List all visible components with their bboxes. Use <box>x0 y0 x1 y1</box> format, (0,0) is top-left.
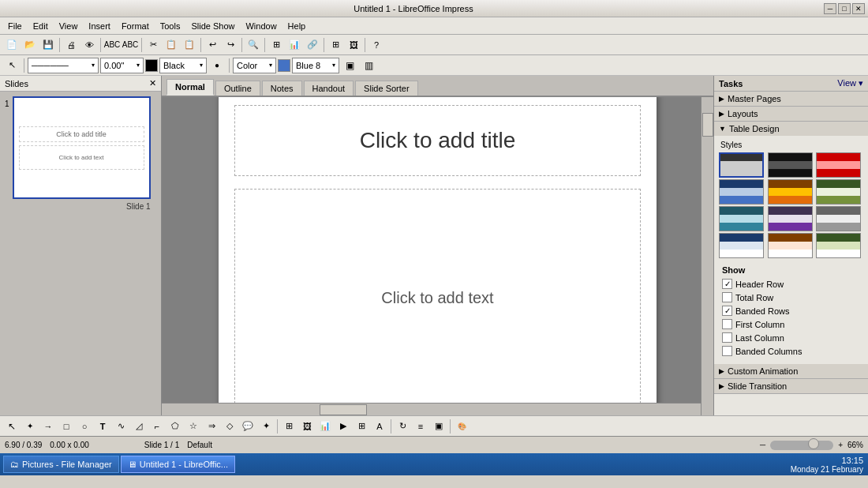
menu-format[interactable]: Format <box>117 20 154 32</box>
fill-color-mode-dropdown[interactable]: Color▾ <box>233 58 276 73</box>
menu-edit[interactable]: Edit <box>28 20 53 32</box>
open-button[interactable]: 📂 <box>21 36 39 54</box>
insert-image-button[interactable]: 🖼 <box>345 36 362 54</box>
zoom-thumb[interactable] <box>808 438 819 449</box>
master-pages-section[interactable]: ▶ Master Pages <box>714 92 868 107</box>
align-tool[interactable]: ≡ <box>412 418 429 435</box>
snap-grid-tool[interactable]: ⊞ <box>280 418 297 435</box>
style-orange-banded[interactable] <box>768 233 813 258</box>
ellipse-tool[interactable]: ○ <box>76 418 93 435</box>
slide-thumbnail[interactable]: Click to add title Click to add text Sli… <box>13 96 151 211</box>
banded-rows-checkbox[interactable] <box>722 306 732 316</box>
undo-button[interactable]: ↩ <box>204 36 221 54</box>
taskbar-impress[interactable]: 🖥 Untitled 1 - LibreOffic... <box>121 456 235 473</box>
shadow2-button[interactable]: ▥ <box>360 57 377 74</box>
zoom-percent[interactable]: 66% <box>847 441 863 449</box>
shadow-button[interactable]: ▣ <box>341 57 358 74</box>
style-green-1[interactable] <box>816 179 861 205</box>
line-color-pick[interactable] <box>145 59 158 72</box>
fill-color-name-dropdown[interactable]: Blue 8▾ <box>292 58 339 73</box>
tab-slide-sorter[interactable]: Slide Sorter <box>355 81 417 96</box>
style-blue-banded[interactable] <box>719 233 764 258</box>
first-column-checkbox[interactable] <box>722 319 732 329</box>
connectors-tool[interactable]: ⌐ <box>148 418 166 435</box>
zoom-minus-icon[interactable]: ─ <box>760 441 765 449</box>
slide-thumb-1[interactable]: Click to add title Click to add text <box>13 96 151 199</box>
point-tool[interactable]: ✦ <box>21 418 39 435</box>
symbol-shapes-tool[interactable]: ☆ <box>185 418 202 435</box>
menu-view[interactable]: View <box>54 20 83 32</box>
vertical-scrollbar[interactable] <box>701 97 713 415</box>
tab-handout[interactable]: Handout <box>304 81 354 96</box>
slide-transition-section[interactable]: ▶ Slide Transition <box>714 379 868 394</box>
color-fill-btn[interactable]: 🎨 <box>453 418 470 435</box>
slide-title-area[interactable]: Click to add title <box>234 105 641 176</box>
insert-media-tool[interactable]: ▶ <box>335 418 352 435</box>
minimize-button[interactable]: ─ <box>824 3 836 14</box>
color-name-dropdown[interactable]: Black▾ <box>159 58 207 73</box>
color-mode-btn[interactable]: ● <box>208 57 226 74</box>
style-blue-1[interactable] <box>719 179 764 205</box>
cut-button[interactable]: ✂ <box>144 36 162 54</box>
paste-button[interactable]: 📋 <box>181 36 198 54</box>
arrow-line-tool[interactable]: → <box>39 418 57 435</box>
stars-tool[interactable]: ✦ <box>257 418 275 435</box>
taskbar-file-manager[interactable]: 🗂 Pictures - File Manager <box>3 456 119 473</box>
slide-canvas[interactable]: Click to add title Click to add text <box>219 97 657 415</box>
curves-tool[interactable]: ∿ <box>112 418 129 435</box>
horizontal-scrollbar[interactable] <box>162 403 701 415</box>
menu-help[interactable]: Help <box>283 20 311 32</box>
text-tool[interactable]: T <box>94 418 111 435</box>
last-column-checkbox[interactable] <box>722 332 732 343</box>
slide-content-area[interactable]: Click to add text <box>234 189 641 407</box>
insert-chart-button[interactable]: 📊 <box>286 36 303 54</box>
tab-normal[interactable]: Normal <box>166 79 214 96</box>
insert-table-tool[interactable]: ⊞ <box>353 418 370 435</box>
insert-table-button[interactable]: ⊞ <box>268 36 285 54</box>
slide-content-placeholder[interactable]: Click to add text <box>381 289 493 307</box>
style-dark-1[interactable] <box>768 152 813 178</box>
find-button[interactable]: 🔍 <box>245 36 262 54</box>
maximize-button[interactable]: □ <box>838 3 851 14</box>
tasks-view-button[interactable]: View ▾ <box>837 78 863 88</box>
tab-outline[interactable]: Outline <box>215 81 260 96</box>
line-width-dropdown[interactable]: 0.00"▾ <box>100 58 144 73</box>
fontwork-tool[interactable]: A <box>371 418 388 435</box>
select-tool[interactable]: ↖ <box>3 418 21 435</box>
basic-shapes-tool[interactable]: ⬠ <box>166 418 184 435</box>
tab-notes[interactable]: Notes <box>262 81 302 96</box>
zoom-plus-icon[interactable]: + <box>838 441 843 449</box>
autocorrect-button[interactable]: ABC <box>122 36 139 54</box>
insert-chart-tool[interactable]: 📊 <box>316 418 334 435</box>
shadow-tool[interactable]: ▣ <box>430 418 447 435</box>
banded-columns-checkbox[interactable] <box>722 346 732 356</box>
style-purple-1[interactable] <box>768 206 813 231</box>
menu-window[interactable]: Window <box>241 20 281 32</box>
insert-image-tool[interactable]: 🖼 <box>298 418 316 435</box>
menu-file[interactable]: File <box>3 20 27 32</box>
zoom-slider[interactable] <box>770 441 833 450</box>
preview-button[interactable]: 👁 <box>80 36 98 54</box>
menu-tools[interactable]: Tools <box>155 20 185 32</box>
custom-animation-section[interactable]: ▶ Custom Animation <box>714 364 868 379</box>
menu-insert[interactable]: Insert <box>84 20 115 32</box>
lines-tool[interactable]: ◿ <box>130 418 148 435</box>
total-row-checkbox[interactable] <box>722 292 732 302</box>
rectangle-tool[interactable]: □ <box>58 418 75 435</box>
copy-button[interactable]: 📋 <box>163 36 180 54</box>
callouts-tool[interactable]: 💬 <box>239 418 256 435</box>
print-button[interactable]: 🖨 <box>62 36 80 54</box>
layouts-section[interactable]: ▶ Layouts <box>714 107 868 122</box>
block-arrows-tool[interactable]: ⇒ <box>203 418 220 435</box>
hyperlink-button[interactable]: 🔗 <box>304 36 321 54</box>
style-teal-1[interactable] <box>719 206 764 231</box>
slides-panel-close[interactable]: ✕ <box>149 78 156 88</box>
rotate-tool[interactable]: ↻ <box>394 418 411 435</box>
style-none[interactable] <box>719 152 764 178</box>
arrow-button[interactable]: ↖ <box>3 57 21 74</box>
slide-title-placeholder[interactable]: Click to add title <box>360 128 516 153</box>
help-button[interactable]: ? <box>368 36 385 54</box>
style-gray-1[interactable] <box>816 206 861 231</box>
flowchart-tool[interactable]: ◇ <box>221 418 238 435</box>
close-button[interactable]: ✕ <box>852 3 865 14</box>
